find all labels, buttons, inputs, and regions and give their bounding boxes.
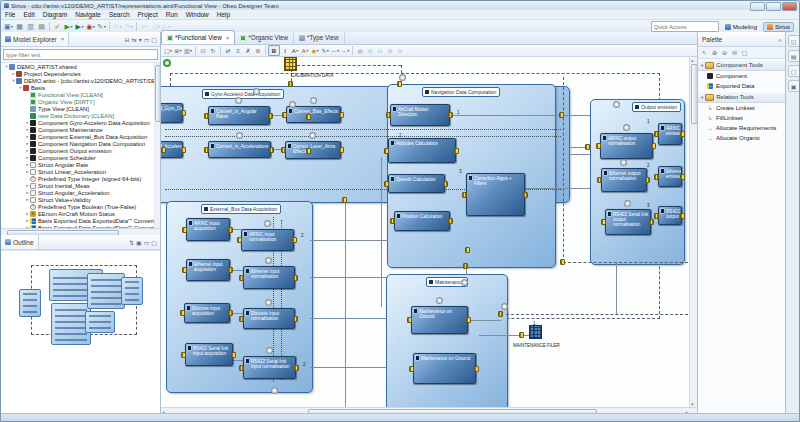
sort-icon[interactable]: ⇅ xyxy=(129,239,134,246)
node-rs422-serial-link-input-acquisition[interactable]: RS422 Serial link input acquisition xyxy=(185,343,233,366)
menu-diagram[interactable]: Diagram xyxy=(39,11,72,18)
palette-item-allocate-requirements[interactable]: →Allocate Requirements xyxy=(698,123,785,133)
output-port-icon[interactable] xyxy=(339,112,344,118)
tree-item[interactable]: Organic View [DIRTY] xyxy=(1,98,160,105)
font-icon[interactable]: A▾ xyxy=(290,46,300,55)
overview-icon[interactable]: ▣ xyxy=(136,239,142,246)
input-port-icon[interactable] xyxy=(601,219,606,225)
bold-icon[interactable]: B xyxy=(268,45,280,56)
port-icon[interactable] xyxy=(559,112,564,118)
diagram-canvas[interactable]: Gyro-Accelero Data AcquisitionExternal_B… xyxy=(161,57,691,407)
output-port-icon[interactable] xyxy=(181,147,186,153)
maintenance-filer-icon[interactable] xyxy=(529,325,542,339)
node-speeds-calculation[interactable]: Speeds Calculation xyxy=(388,174,445,193)
tree-item[interactable]: ▸EEEnum AirCraft Motion Status xyxy=(1,210,160,217)
delete-from-model-icon[interactable]: ✗ xyxy=(243,46,253,55)
menu-search[interactable]: Search xyxy=(105,11,134,18)
align-icon[interactable]: ≡ xyxy=(233,46,243,55)
output-port-icon[interactable] xyxy=(651,143,656,149)
input-port-icon[interactable] xyxy=(281,147,286,153)
tree-item[interactable]: Type View [CLEAN] xyxy=(1,105,160,112)
title-bar[interactable]: Sirius - cdo://artist-v120/DEMO_ARTIST/r… xyxy=(1,1,799,10)
grid-icon[interactable]: ▦ xyxy=(355,46,365,55)
tree-item[interactable]: ▸Struct Inertial_Meas xyxy=(1,182,160,189)
tree-item[interactable]: Functional View [CLEAN] xyxy=(1,91,160,98)
input-port-icon[interactable] xyxy=(282,112,287,118)
menu-edit[interactable]: Edit xyxy=(19,11,38,18)
line-color-icon[interactable]: ✎▾ xyxy=(320,46,330,55)
tree-item[interactable]: ▸Struct Angular_Acceleration xyxy=(1,189,160,196)
node-convert-in-angular-rates[interactable]: Convert_in_Angular Rates xyxy=(208,106,270,125)
output-port-icon[interactable] xyxy=(474,366,479,372)
view-menu-icon[interactable]: ▾ xyxy=(139,36,142,43)
port-icon[interactable] xyxy=(498,311,503,317)
input-port-icon[interactable] xyxy=(239,365,244,371)
output-port-icon[interactable] xyxy=(228,227,233,233)
output-port-icon[interactable] xyxy=(339,147,344,153)
validate-icon[interactable]: ✔ xyxy=(52,21,63,32)
node-maintenance-on-ground[interactable]: Maintenance on Ground xyxy=(411,306,468,334)
node-arinc-emission[interactable]: ARINC emission xyxy=(658,123,682,145)
palette-item-exported-data[interactable]: Exported Data xyxy=(698,81,785,91)
maximize-icon[interactable]: ▢ xyxy=(151,239,157,246)
tree-item[interactable]: ▸Component Output emission xyxy=(1,147,160,154)
input-port-icon[interactable] xyxy=(462,192,467,198)
perspective-modeling[interactable]: Modeling xyxy=(722,23,760,31)
input-port-icon[interactable] xyxy=(654,213,659,219)
minimized-view-3-icon[interactable]: ▣ xyxy=(788,80,800,92)
palette-group-relation-tools[interactable]: ▾Relation Tools xyxy=(698,91,785,103)
tab-type-view[interactable]: *Type View xyxy=(294,31,344,44)
perspective-sirius[interactable]: Sirius xyxy=(763,22,794,32)
node-aircraft-motion-detection[interactable]: AirCraft Motion Detection xyxy=(390,104,450,126)
zoom-in-tool-icon[interactable]: ⊕ xyxy=(710,48,719,57)
input-port-icon[interactable] xyxy=(597,177,602,183)
port-icon[interactable] xyxy=(288,81,293,87)
zoom-in-icon[interactable]: ⊕ xyxy=(385,46,395,55)
minimized-view-2-icon[interactable]: ▢ xyxy=(788,65,800,77)
tab-organic-view[interactable]: *Organic View xyxy=(235,31,294,44)
input-port-icon[interactable] xyxy=(180,310,185,316)
input-port-icon[interactable] xyxy=(239,275,244,281)
close-icon[interactable]: × xyxy=(226,35,230,41)
print-icon[interactable]: ▤ xyxy=(36,21,47,32)
tree-item[interactable]: ▸Basis Exported Data ExportedData"" Conv… xyxy=(1,217,160,224)
marquee-tool-icon[interactable]: ▢ xyxy=(740,48,749,57)
tree-item[interactable]: ▾Basis xyxy=(1,84,160,91)
input-port-icon[interactable] xyxy=(654,174,659,180)
port-icon[interactable] xyxy=(306,148,311,154)
output-port-icon[interactable] xyxy=(294,365,299,371)
output-port-icon[interactable] xyxy=(645,177,650,183)
output-port-icon[interactable] xyxy=(181,110,186,116)
last-edit-location-icon[interactable]: ↩ xyxy=(139,21,150,32)
tree-vertical-scrollbar[interactable] xyxy=(154,63,160,228)
snap-to-grid-icon[interactable]: ⊞ xyxy=(365,46,375,55)
output-port-icon[interactable] xyxy=(228,310,233,316)
node-discrete-input-acquisition[interactable]: Discrete input acquisition xyxy=(184,303,230,323)
node-attitudes-calculation[interactable]: Attitudes Calculation xyxy=(388,138,456,163)
input-port-icon[interactable] xyxy=(237,237,242,243)
menu-window[interactable]: Window xyxy=(182,11,213,18)
tree-item[interactable]: TPredefined Type Integer (signed 64-bits… xyxy=(1,175,160,182)
output-port-icon[interactable] xyxy=(448,112,453,118)
new-icon[interactable]: ▣▾ xyxy=(3,21,14,32)
link-with-editor-icon[interactable]: ⇆ xyxy=(132,36,137,43)
type-filter-input[interactable] xyxy=(3,49,158,60)
node-ethernet-input-normalisation[interactable]: Ethernet input normalisation xyxy=(243,266,295,289)
calibration-data-icon[interactable] xyxy=(284,57,297,71)
output-port-icon[interactable] xyxy=(523,192,528,198)
port-icon[interactable] xyxy=(519,332,524,338)
port-icon[interactable] xyxy=(585,144,590,150)
port-icon[interactable] xyxy=(306,114,311,120)
tree-horizontal-scrollbar[interactable] xyxy=(1,228,160,235)
output-port-icon[interactable] xyxy=(231,352,236,358)
tree-item[interactable]: ▾DEMO.artist - [cdo://artist-v120/DEMO_A… xyxy=(1,77,160,84)
input-port-icon[interactable] xyxy=(384,181,389,187)
minimize-icon[interactable]: ▭ xyxy=(144,239,150,246)
output-port-icon[interactable] xyxy=(448,218,453,224)
node-rs422-serial-link-input-normalisation[interactable]: RS422 Serial link input normalisation xyxy=(243,356,296,379)
menu-project[interactable]: Project xyxy=(134,11,162,18)
port-icon[interactable] xyxy=(397,81,402,87)
zoom-out-icon[interactable]: ⊖ xyxy=(395,46,405,55)
close-button[interactable] xyxy=(782,2,797,11)
port-icon[interactable] xyxy=(465,247,470,253)
